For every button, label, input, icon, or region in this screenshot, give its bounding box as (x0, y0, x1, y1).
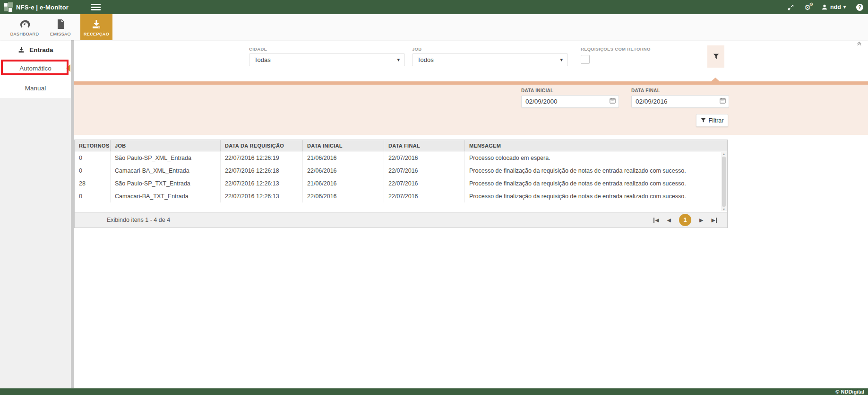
document-icon (55, 18, 66, 30)
sidebar-divider[interactable] (71, 40, 74, 388)
username-label: ndd (830, 4, 841, 10)
sidebar-item-manual[interactable]: Manual (0, 79, 71, 97)
settings-gears-icon[interactable]: ⚙ ⚙ (805, 4, 811, 11)
cell-mensagem: Processo colocado em espera. (465, 151, 721, 164)
job-label: JOB (412, 46, 568, 52)
collapse-panel-icon[interactable] (856, 40, 862, 48)
next-page-button[interactable]: ▶ (699, 217, 703, 223)
first-page-button[interactable]: ◀ (653, 217, 659, 223)
scroll-down-icon[interactable]: ▼ (722, 208, 726, 211)
scroll-up-icon[interactable]: ▲ (722, 152, 726, 156)
cell-data-inicial: 22/06/2016 (303, 190, 384, 202)
prev-page-button[interactable]: ◀ (667, 217, 671, 223)
chevron-down-icon: ▾ (397, 57, 400, 62)
scrollbar-thumb[interactable] (722, 157, 726, 207)
filter-job: JOB Todos ▾ (412, 46, 568, 66)
tab-recepcao[interactable]: RECEPÇÃO (80, 14, 112, 40)
cell-data-inicial: 21/06/2016 (303, 177, 384, 190)
chevron-down-icon: ▾ (843, 5, 846, 9)
download-icon (17, 46, 25, 53)
hamburger-menu-icon[interactable] (91, 4, 101, 10)
data-inicial-input[interactable] (525, 98, 609, 105)
app-window: NFS-e | e-Monitor ⚙ ⚙ ndd ▾ ? DASHBOAR (0, 0, 868, 395)
col-job[interactable]: JOB (111, 140, 221, 151)
cell-job: Camacari-BA_XML_Entrada (111, 164, 221, 177)
copyright-label: © NDDigital (835, 389, 864, 395)
table-body: 0 São Paulo-SP_XML_Entrada 22/07/2016 12… (75, 151, 727, 212)
help-icon[interactable]: ? (856, 4, 863, 11)
cell-data-requisicao: 22/07/2016 12:26:18 (221, 164, 303, 177)
cell-retornos: 0 (75, 151, 111, 164)
gear-small-glyph: ⚙ (809, 2, 813, 7)
cidade-dropdown[interactable]: Todas ▾ (249, 53, 405, 66)
sidebar-item-entrada[interactable]: Entrada (0, 40, 71, 59)
filter-toggle-button[interactable] (707, 45, 724, 68)
last-page-button[interactable]: ▶ (712, 217, 717, 223)
job-dropdown[interactable]: Todos ▾ (412, 53, 568, 66)
panel-notch (711, 78, 720, 81)
funnel-icon (701, 118, 706, 123)
nddigital-logo-icon (4, 2, 13, 12)
calendar-icon[interactable] (719, 97, 726, 106)
user-icon (821, 4, 828, 10)
current-page-button[interactable]: 1 (679, 214, 691, 226)
filter-panel-band (74, 81, 868, 85)
top-bar: NFS-e | e-Monitor ⚙ ⚙ ndd ▾ ? (0, 0, 868, 14)
main-area: Entrada Automático Manual CIDADE (0, 40, 868, 388)
calendar-icon[interactable] (609, 97, 616, 106)
filtrar-button[interactable]: Filtrar (696, 114, 728, 127)
filter-cidade: CIDADE Todas ▾ (249, 46, 405, 66)
date-filter-panel: DATA INICIAL DATA FINAL (74, 85, 868, 135)
cell-data-inicial: 22/06/2016 (303, 164, 384, 177)
data-inicial-label: DATA INICIAL (521, 88, 619, 93)
filter-requisicoes: REQUISIÇÕES COM RETORNO (581, 46, 651, 64)
cell-retornos: 0 (75, 164, 111, 177)
filter-data-final: DATA FINAL (631, 88, 729, 108)
cell-data-final: 22/07/2016 (384, 164, 465, 177)
tab-dashboard[interactable]: DASHBOARD (9, 14, 41, 40)
cell-job: Camacari-BA_TXT_Entrada (111, 190, 221, 202)
cell-data-requisicao: 22/07/2016 12:26:19 (221, 151, 303, 164)
funnel-icon (713, 53, 719, 60)
data-final-input[interactable] (636, 98, 719, 105)
col-data-final[interactable]: DATA FINAL (384, 140, 465, 151)
chevron-down-icon: ▾ (560, 57, 563, 62)
table-row[interactable]: 0 Camacari-BA_TXT_Entrada 22/07/2016 12:… (75, 190, 727, 202)
col-mensagem[interactable]: MENSAGEM (465, 140, 727, 151)
cidade-label: CIDADE (249, 46, 405, 52)
cell-mensagem: Processo de finalização da requisição de… (465, 164, 721, 177)
col-retornos[interactable]: RETORNOS (75, 140, 111, 151)
cell-retornos: 28 (75, 177, 111, 190)
cell-data-inicial: 21/06/2016 (303, 151, 384, 164)
fullscreen-icon[interactable] (787, 4, 794, 11)
tab-emissao[interactable]: EMISSÃO (44, 14, 77, 40)
data-final-label: DATA FINAL (631, 88, 729, 93)
pagination: ◀ ◀ 1 ▶ ▶ (653, 214, 717, 226)
col-data-requisicao[interactable]: DATA DA REQUISIÇÃO (221, 140, 303, 151)
col-data-inicial[interactable]: DATA INICIAL (303, 140, 384, 151)
cell-mensagem: Processo de finalização da requisição de… (465, 177, 721, 190)
table-row[interactable]: 0 São Paulo-SP_XML_Entrada 22/07/2016 12… (75, 151, 727, 164)
table-row[interactable]: 0 Camacari-BA_XML_Entrada 22/07/2016 12:… (75, 164, 727, 177)
results-table: RETORNOS JOB DATA DA REQUISIÇÃO DATA INI… (74, 140, 728, 228)
topbar-actions: ⚙ ⚙ ndd ▾ ? (787, 0, 863, 14)
cell-data-final: 22/07/2016 (384, 151, 465, 164)
sidebar-menu: Entrada Automático Manual (0, 40, 71, 98)
download-icon (91, 18, 102, 30)
footer-bar: © NDDigital (0, 388, 868, 395)
content-panel: CIDADE Todas ▾ JOB Todos ▾ REQUISIÇÕES C… (74, 40, 868, 388)
filter-data-inicial: DATA INICIAL (521, 88, 619, 108)
requisicoes-label: REQUISIÇÕES COM RETORNO (581, 46, 651, 52)
module-toolbar: DASHBOARD EMISSÃO RECEPÇÃO (0, 14, 868, 40)
requisicoes-checkbox[interactable] (581, 55, 590, 64)
table-scrollbar[interactable]: ▲ ▼ (721, 152, 727, 211)
sidebar-item-label: Entrada (29, 46, 53, 53)
user-menu[interactable]: ndd ▾ (821, 4, 846, 10)
table-row[interactable]: 28 São Paulo-SP_TXT_Entrada 22/07/2016 1… (75, 177, 727, 190)
sidebar: Entrada Automático Manual (0, 40, 71, 388)
sidebar-item-label: Manual (25, 85, 46, 92)
selected-item-marker-icon (66, 64, 70, 72)
sidebar-item-automatico[interactable]: Automático (0, 59, 71, 77)
app-title: NFS-e | e-Monitor (16, 4, 69, 11)
cell-data-final: 22/07/2016 (384, 177, 465, 190)
